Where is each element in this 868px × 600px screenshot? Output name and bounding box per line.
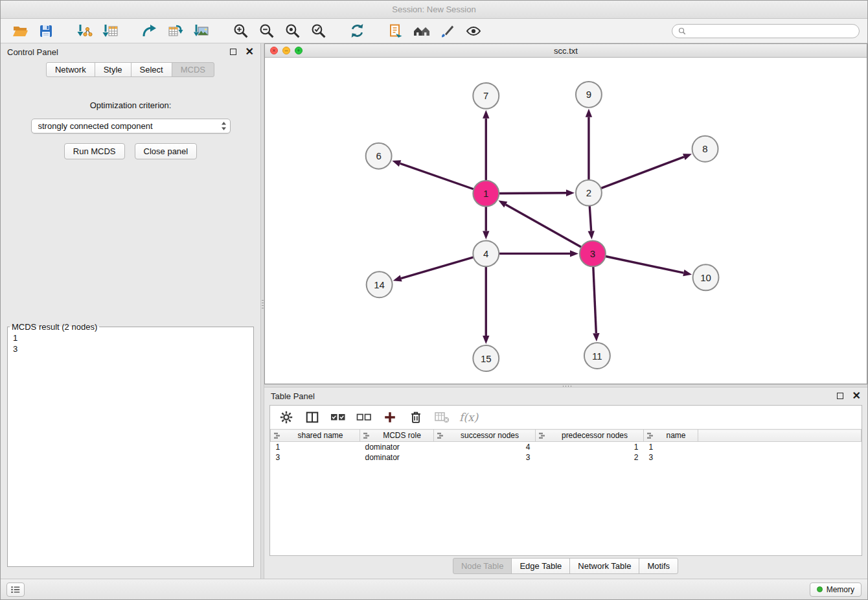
function-builder-button[interactable]: f(x) — [459, 411, 478, 424]
zoom-out-button[interactable] — [255, 21, 278, 41]
column-header-predecessor-nodes[interactable]: predecessor nodes — [536, 430, 644, 442]
criterion-select[interactable]: strongly connected component — [31, 119, 231, 133]
table-row[interactable]: 3dominator323 — [271, 452, 862, 463]
table-cell[interactable]: dominator — [360, 442, 434, 452]
search-field[interactable] — [672, 24, 860, 38]
graph-node-15[interactable]: 15 — [473, 345, 499, 371]
graph-node-7[interactable]: 7 — [473, 83, 499, 109]
zoom-out-icon — [258, 23, 275, 39]
tab-mcds[interactable]: MCDS — [172, 62, 214, 77]
refresh-layout-button[interactable] — [345, 21, 369, 41]
import-table-button[interactable] — [99, 21, 122, 41]
add-column-button[interactable] — [382, 409, 398, 426]
graph-edge-3-10[interactable] — [605, 257, 683, 273]
window-minimize-button[interactable]: – — [282, 47, 290, 54]
show-column-panel-button[interactable] — [304, 409, 321, 426]
close-table-panel-icon[interactable]: ✕ — [852, 391, 861, 401]
zoom-in-icon — [233, 23, 249, 39]
graph-edge-1-6[interactable] — [400, 163, 474, 189]
show-panel-button[interactable] — [6, 583, 25, 597]
column-header-shared-name[interactable]: shared name — [271, 430, 360, 442]
tab-select[interactable]: Select — [131, 62, 172, 77]
graph-edge-3-11[interactable] — [593, 266, 597, 333]
graph-edge-1-2[interactable] — [499, 193, 566, 194]
table-cell[interactable]: 3 — [434, 452, 536, 463]
tab-node-table[interactable]: Node Table — [453, 558, 512, 574]
table-panel: Table Panel ✕ — [264, 387, 867, 575]
open-file-button[interactable] — [8, 21, 32, 41]
table-cell[interactable]: 1 — [644, 442, 698, 452]
export-network-button[interactable] — [138, 21, 161, 41]
graph-node-6[interactable]: 6 — [366, 143, 392, 169]
table-cell[interactable]: 3 — [644, 452, 698, 463]
search-input[interactable] — [690, 26, 853, 36]
graph-edge-2-3[interactable] — [589, 206, 591, 231]
graph-node-1[interactable]: 1 — [473, 181, 499, 207]
graph-node-2[interactable]: 2 — [576, 180, 602, 206]
delete-column-button[interactable] — [407, 409, 424, 426]
import-network-button[interactable] — [73, 21, 97, 41]
vertical-splitter[interactable] — [260, 43, 264, 579]
zoom-fit-button[interactable] — [280, 21, 304, 41]
tab-motifs[interactable]: Motifs — [639, 558, 678, 574]
memory-button-label: Memory — [827, 585, 854, 594]
table-cell[interactable]: 3 — [271, 452, 360, 463]
column-header-successor-nodes[interactable]: successor nodes — [434, 430, 536, 442]
network-canvas[interactable]: 7968124314101511 — [265, 58, 867, 384]
select-all-button[interactable] — [330, 409, 347, 426]
edge-arrowhead-icon — [483, 231, 489, 239]
network-manager-button[interactable] — [410, 21, 433, 41]
table-cell[interactable]: 1 — [536, 442, 644, 452]
window-maximize-button[interactable]: + — [295, 47, 303, 54]
window-close-button[interactable]: × — [270, 47, 278, 54]
zoom-selected-button[interactable] — [306, 21, 330, 41]
float-panel-icon[interactable] — [230, 49, 236, 55]
deselect-all-button[interactable] — [356, 409, 372, 426]
graph-edge-4-14[interactable] — [401, 257, 474, 279]
edge-arrowhead-icon — [588, 231, 595, 239]
graph-node-8[interactable]: 8 — [692, 136, 718, 162]
table-settings-button[interactable] — [278, 409, 295, 426]
horizontal-splitter[interactable] — [264, 384, 867, 387]
zoom-in-button[interactable] — [229, 21, 252, 41]
export-image-button[interactable] — [190, 21, 213, 41]
graph-node-4[interactable]: 4 — [473, 240, 499, 266]
tab-edge-table[interactable]: Edge Table — [511, 558, 570, 574]
graph-edge-2-8[interactable] — [601, 157, 684, 188]
node-table-card: f(x) shared nameMCDS rolesuccessor nodes… — [269, 405, 862, 556]
export-table-button[interactable] — [164, 21, 187, 41]
node-table-wrap: shared nameMCDS rolesuccessor nodesprede… — [270, 429, 862, 555]
edge-arrowhead-icon — [483, 336, 489, 344]
table-cell[interactable]: 4 — [434, 442, 536, 452]
network-graph[interactable]: 7968124314101511 — [265, 58, 867, 384]
run-mcds-button[interactable]: Run MCDS — [64, 143, 125, 159]
tab-network-table[interactable]: Network Table — [569, 558, 639, 574]
save-session-button[interactable] — [34, 21, 58, 41]
graph-edge-3-1[interactable] — [506, 205, 582, 248]
table-cell[interactable]: 2 — [536, 452, 644, 463]
edge-arrowhead-icon — [498, 200, 507, 207]
graph-node-10[interactable]: 10 — [693, 264, 719, 290]
float-table-panel-icon[interactable] — [837, 393, 843, 399]
table-cell[interactable]: 1 — [271, 442, 360, 452]
show-hide-button[interactable] — [462, 21, 485, 41]
memory-status-dot — [817, 586, 823, 592]
graph-node-3[interactable]: 3 — [580, 240, 606, 266]
node-table: shared nameMCDS rolesuccessor nodesprede… — [270, 429, 862, 463]
apply-style-button[interactable] — [436, 21, 459, 41]
splitter-grip-icon — [563, 386, 573, 387]
graph-node-11[interactable]: 11 — [584, 343, 610, 369]
tab-style[interactable]: Style — [95, 62, 131, 77]
tab-network[interactable]: Network — [46, 62, 95, 77]
table-cell[interactable]: dominator — [360, 452, 434, 463]
memory-button[interactable]: Memory — [810, 583, 862, 597]
table-row[interactable]: 1dominator411 — [271, 442, 862, 452]
close-panel-icon[interactable]: ✕ — [246, 47, 254, 57]
column-header-mcds-role[interactable]: MCDS role — [360, 430, 434, 442]
mcds-panel-body: Optimization criterion: strongly connect… — [1, 81, 260, 322]
close-panel-button[interactable]: Close panel — [135, 143, 198, 159]
graph-node-9[interactable]: 9 — [576, 82, 602, 108]
copy-network-button[interactable] — [384, 21, 407, 41]
column-header-name[interactable]: name — [644, 430, 698, 442]
graph-node-14[interactable]: 14 — [367, 271, 393, 297]
